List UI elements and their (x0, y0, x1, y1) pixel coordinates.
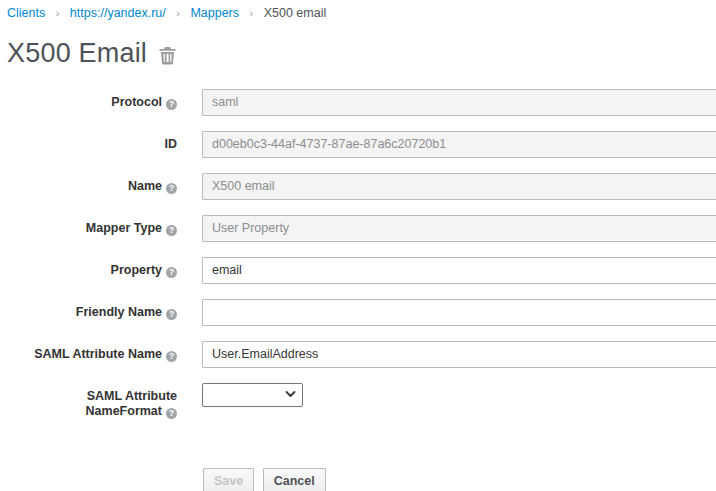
friendly-name-label: Friendly Name (76, 305, 162, 319)
form-row-saml-attribute-nameformat: SAML Attribute NameFormat? (7, 383, 708, 419)
form-row-property: Property? (7, 257, 708, 284)
mapper-type-input (202, 215, 716, 242)
id-input (202, 131, 716, 158)
name-input (202, 173, 716, 200)
mapper-form: Protocol? ID Name? Mapper Type? Property… (7, 89, 708, 491)
breadcrumb-client-id[interactable]: https://yandex.ru/ (70, 6, 166, 20)
help-icon[interactable]: ? (166, 99, 177, 110)
help-icon[interactable]: ? (166, 183, 177, 194)
form-row-mapper-type: Mapper Type? (7, 215, 708, 242)
trash-icon (159, 53, 176, 68)
breadcrumb-separator: › (250, 7, 254, 19)
page-title: X500 Email (7, 38, 147, 69)
help-icon[interactable]: ? (166, 351, 177, 362)
saml-attribute-name-label: SAML Attribute Name (34, 347, 162, 361)
breadcrumb: Clients › https://yandex.ru/ › Mappers ›… (7, 6, 708, 20)
breadcrumb-current: X500 email (264, 6, 327, 20)
help-icon[interactable]: ? (166, 408, 177, 419)
saml-attribute-nameformat-select[interactable] (202, 383, 303, 407)
save-button[interactable]: Save (203, 468, 254, 491)
id-label: ID (165, 137, 178, 151)
breadcrumb-mappers[interactable]: Mappers (190, 6, 239, 20)
saml-attribute-name-input[interactable] (202, 341, 716, 368)
delete-mapper-button[interactable] (159, 46, 176, 65)
help-icon[interactable]: ? (166, 267, 177, 278)
form-actions: Save Cancel (203, 468, 708, 491)
name-label: Name (128, 179, 162, 193)
property-label: Property (111, 263, 162, 277)
breadcrumb-separator: › (56, 7, 60, 19)
form-row-saml-attribute-name: SAML Attribute Name? (7, 341, 708, 368)
saml-attribute-nameformat-label: SAML Attribute NameFormat (86, 389, 177, 418)
friendly-name-input[interactable] (202, 299, 716, 326)
help-icon[interactable]: ? (166, 309, 177, 320)
cancel-button[interactable]: Cancel (263, 468, 326, 491)
mapper-type-label: Mapper Type (86, 221, 162, 235)
form-row-name: Name? (7, 173, 708, 200)
breadcrumb-clients[interactable]: Clients (7, 6, 45, 20)
form-row-id: ID (7, 131, 708, 158)
mapper-edit-page: Clients › https://yandex.ru/ › Mappers ›… (0, 0, 716, 491)
protocol-input (202, 89, 716, 116)
breadcrumb-separator: › (176, 7, 180, 19)
form-row-friendly-name: Friendly Name? (7, 299, 708, 326)
help-icon[interactable]: ? (166, 225, 177, 236)
property-input[interactable] (202, 257, 716, 284)
form-row-protocol: Protocol? (7, 89, 708, 116)
protocol-label: Protocol (111, 95, 162, 109)
